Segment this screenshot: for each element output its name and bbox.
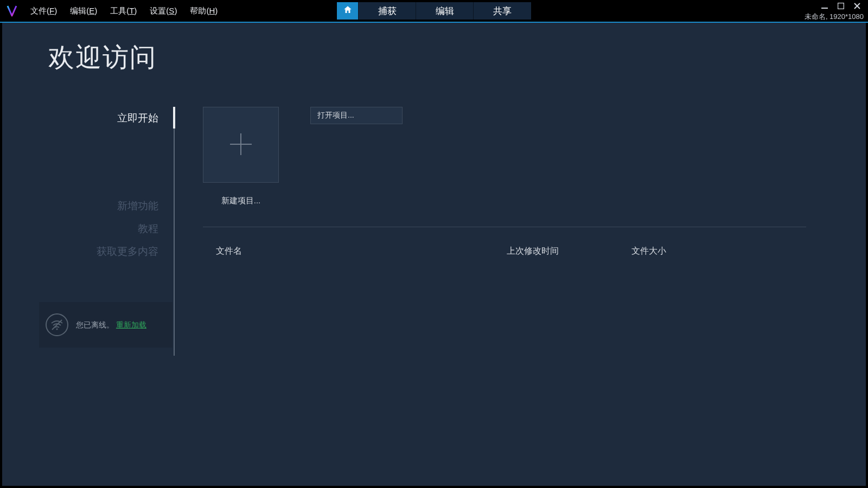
new-project-tile[interactable]: 新建项目...: [203, 107, 279, 206]
tab-share[interactable]: 共享: [474, 2, 531, 20]
offline-reload-link[interactable]: 重新加载: [116, 320, 146, 329]
svg-point-2: [56, 329, 58, 330]
window-controls: [820, 0, 866, 12]
offline-text: 您已离线。 重新加载: [76, 319, 146, 331]
maximize-button[interactable]: [837, 2, 845, 10]
col-filename: 文件名: [203, 246, 507, 257]
new-project-label: 新建项目...: [221, 196, 261, 206]
welcome-content: 新建项目... 打开项目... 文件名 上次修改时间 文件大小: [203, 107, 806, 464]
sidebar-item-tutorials[interactable]: 教程: [35, 217, 174, 240]
tab-capture[interactable]: 捕获: [359, 2, 416, 20]
sidebar-item-start[interactable]: 立即开始: [35, 107, 174, 130]
document-status: 未命名, 1920*1080: [805, 12, 864, 22]
offline-icon: [46, 313, 68, 336]
workspace: 欢迎访问 立即开始 新增功能 教程 获取更多内容 您已离线。 重新加载: [2, 23, 866, 486]
menu-file[interactable]: 文件(F): [24, 0, 63, 22]
recent-column-headers: 文件名 上次修改时间 文件大小: [203, 246, 806, 257]
menu-settings[interactable]: 设置(S): [143, 0, 183, 22]
new-project-square: [203, 107, 279, 183]
offline-notice: 您已离线。 重新加载: [39, 302, 173, 348]
minimize-button[interactable]: [820, 2, 829, 10]
close-button[interactable]: [853, 2, 861, 10]
mode-tabs: 捕获 编辑 共享: [337, 2, 531, 20]
title-bar: 文件(F) 编辑(E) 工具(T) 设置(S) 帮助(H) 捕获 编辑 共享 未…: [0, 0, 868, 22]
col-modified: 上次修改时间: [507, 246, 631, 257]
tab-home[interactable]: [337, 2, 359, 20]
sidebar-item-whatsnew[interactable]: 新增功能: [35, 195, 174, 217]
home-icon: [343, 5, 353, 17]
content-divider: [203, 227, 806, 227]
plus-icon: [226, 129, 256, 161]
menu-tools[interactable]: 工具(T): [104, 0, 143, 22]
open-project-button[interactable]: 打开项目...: [310, 107, 403, 124]
tab-edit[interactable]: 编辑: [416, 2, 474, 20]
svg-rect-1: [838, 3, 844, 9]
sidebar-item-getmore[interactable]: 获取更多内容: [35, 240, 174, 263]
menu-edit[interactable]: 编辑(E): [63, 0, 104, 22]
menu-bar: 文件(F) 编辑(E) 工具(T) 设置(S) 帮助(H): [24, 0, 224, 22]
menu-help[interactable]: 帮助(H): [183, 0, 224, 22]
welcome-title: 欢迎访问: [48, 40, 157, 75]
sidebar-active-marker: [173, 107, 175, 129]
col-size: 文件大小: [631, 246, 806, 257]
svg-rect-0: [821, 8, 828, 9]
app-logo: [0, 0, 24, 22]
